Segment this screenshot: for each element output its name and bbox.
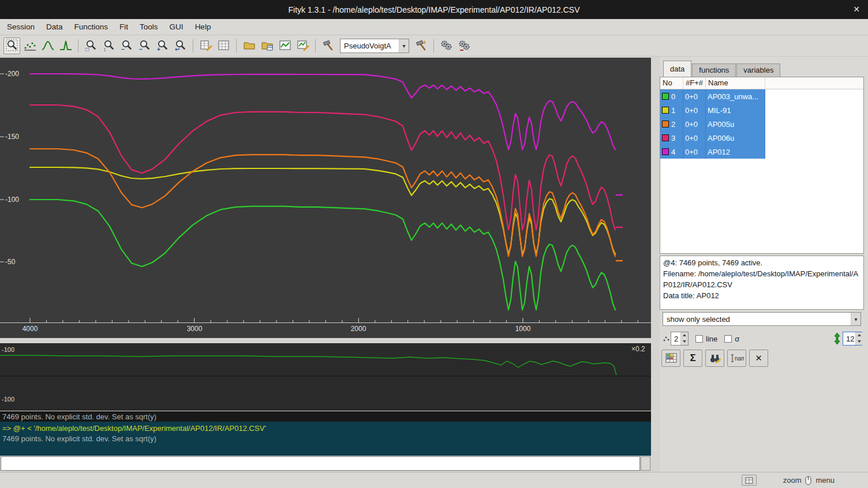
row-filler xyxy=(765,103,863,117)
tab-functions[interactable]: functions xyxy=(692,63,736,77)
magnifier-rect-icon xyxy=(6,39,18,52)
table-row[interactable]: 20+0AP005u xyxy=(660,117,863,131)
hammer-plus-icon: + xyxy=(415,39,428,52)
row-no-cell: 2 xyxy=(660,117,683,131)
info-line: @4: 7469 points, 7469 active. xyxy=(663,257,860,268)
line-checkbox[interactable] xyxy=(695,335,703,343)
command-input-row xyxy=(0,456,651,472)
menu-session[interactable]: Session xyxy=(1,20,40,33)
previous-zoom-button[interactable]: ↩ xyxy=(172,37,189,54)
data-grid-icon xyxy=(665,353,677,363)
sidebar-buttons: Σ nam ✕ xyxy=(661,350,768,367)
auto-add-function-button[interactable]: + xyxy=(413,37,429,54)
line-checkbox-label: line xyxy=(706,335,717,343)
add-sharp-peak-mode-button[interactable] xyxy=(57,37,74,54)
fit-undo-button[interactable] xyxy=(456,37,473,54)
spin-down-button[interactable] xyxy=(681,339,688,345)
dataset-table[interactable]: No#F+#Name00+0AP003_unwa...10+0MIL-9120+… xyxy=(660,77,864,254)
table-row[interactable]: 30+0AP006u xyxy=(660,131,863,145)
svg-text:4000: 4000 xyxy=(23,325,38,333)
row-name: AP012 xyxy=(706,145,765,159)
output-console[interactable]: 7469 points. No explicit std. dev. Set a… xyxy=(0,411,651,456)
data-edit-button[interactable] xyxy=(197,37,214,54)
statusbar: zoom menu xyxy=(0,472,868,488)
magnifier-vert-icon: ↕ xyxy=(103,39,115,52)
sigma-icon: Σ xyxy=(690,352,695,364)
menu-tools[interactable]: Tools xyxy=(134,20,164,33)
row-name: AP006u xyxy=(706,131,765,145)
spin-up-button[interactable] xyxy=(681,332,688,339)
row-filler xyxy=(765,117,863,131)
function-type-value: PseudoVoigtA xyxy=(341,42,399,50)
close-icon: ✕ xyxy=(755,353,762,363)
sigma-checkbox[interactable] xyxy=(724,335,732,343)
aux-plot-area[interactable]: -100 -100 ×0.2 xyxy=(0,343,651,411)
magnifier-all-icon: □ xyxy=(85,39,98,52)
table-row[interactable]: 00+0AP003_unwa... xyxy=(660,89,863,103)
svg-text:-50: -50 xyxy=(5,258,16,266)
spin-down-button[interactable] xyxy=(856,339,863,345)
open-data-button[interactable] xyxy=(259,37,275,54)
svg-text:2000: 2000 xyxy=(351,325,366,333)
toolbar-separator xyxy=(236,39,237,52)
chart-pencil-icon xyxy=(297,39,309,52)
shift-spinner[interactable]: 12 xyxy=(843,332,862,346)
zoom-mode-button[interactable] xyxy=(3,37,20,54)
menu-gui[interactable]: GUI xyxy=(164,20,189,33)
manipulate-data-button[interactable] xyxy=(320,37,336,54)
menu-functions[interactable]: Functions xyxy=(69,20,114,33)
point-size-spinner[interactable]: 2 xyxy=(671,332,689,346)
zoom-vertical-button[interactable]: ↕ xyxy=(100,37,117,54)
svg-text:+: + xyxy=(422,39,426,46)
row-func-count: 0+0 xyxy=(683,131,706,145)
menu-fit[interactable]: Fit xyxy=(114,20,134,33)
zoom-all-button[interactable]: □ xyxy=(83,37,99,54)
close-button[interactable]: ✕ xyxy=(853,5,860,14)
tab-variables[interactable]: variables xyxy=(736,63,780,77)
row-name: AP005u xyxy=(706,117,765,131)
command-input[interactable] xyxy=(1,456,640,471)
dataset-color-swatch xyxy=(662,134,669,141)
point-size-value: 2 xyxy=(671,332,680,345)
menu-data[interactable]: Data xyxy=(40,20,69,33)
tab-data[interactable]: data xyxy=(663,61,691,77)
delete-dataset-button[interactable]: ✕ xyxy=(749,350,768,367)
toolbar: □↕−−+↩PseudoVoigtA▾+ xyxy=(0,35,868,57)
console-line: 7469 points. No explicit std. dev. Set a… xyxy=(2,412,649,422)
main-plot-area[interactable]: 4000300020001000-200-150-100-50 xyxy=(0,58,651,338)
rename-button[interactable]: nam xyxy=(727,350,746,367)
row-no-cell: 1 xyxy=(660,103,683,117)
zoom-out-10-button[interactable]: − xyxy=(136,37,153,54)
sum-button[interactable]: Σ xyxy=(683,350,702,367)
shift-spinner-value: 12 xyxy=(843,332,855,345)
residual-plot xyxy=(0,343,651,411)
filter-dropdown[interactable]: show only selected ▾ xyxy=(663,312,861,326)
binoculars-icon xyxy=(709,353,721,363)
row-no-cell: 3 xyxy=(660,131,683,145)
toolbar-separator xyxy=(193,39,193,52)
add-peak-mode-button[interactable] xyxy=(39,37,56,54)
status-zoom-label: zoom xyxy=(783,476,802,485)
fit-run-button[interactable] xyxy=(438,37,455,54)
magnifier-minus-icon: − xyxy=(121,39,133,52)
function-type-combo[interactable]: PseudoVoigtA▾ xyxy=(340,39,409,53)
grid-icon xyxy=(218,39,230,52)
status-config-button[interactable] xyxy=(742,475,757,486)
zoom-in-button[interactable]: + xyxy=(154,37,171,54)
zoom-out-button[interactable]: − xyxy=(118,37,135,54)
table-row[interactable]: 10+0MIL-91 xyxy=(660,103,863,117)
shift-controls: 12 xyxy=(833,332,862,346)
window-title: Fityk 1.3.1 - /home/aleplo/test/Desktop/… xyxy=(288,5,579,14)
console-line: 7469 points. No explicit std. dev. Set a… xyxy=(2,434,649,444)
data-viewer-button[interactable] xyxy=(661,350,680,367)
input-side-button[interactable] xyxy=(641,456,650,471)
export-image-button[interactable] xyxy=(294,37,311,54)
data-table-button[interactable] xyxy=(215,37,232,54)
data-range-mode-button[interactable] xyxy=(21,37,38,54)
open-session-button[interactable] xyxy=(241,37,257,54)
spin-up-button[interactable] xyxy=(856,332,863,339)
save-session-button[interactable] xyxy=(276,37,293,54)
menu-help[interactable]: Help xyxy=(189,20,217,33)
table-row[interactable]: 40+0AP012 xyxy=(660,145,863,159)
find-peaks-button[interactable] xyxy=(705,350,724,367)
